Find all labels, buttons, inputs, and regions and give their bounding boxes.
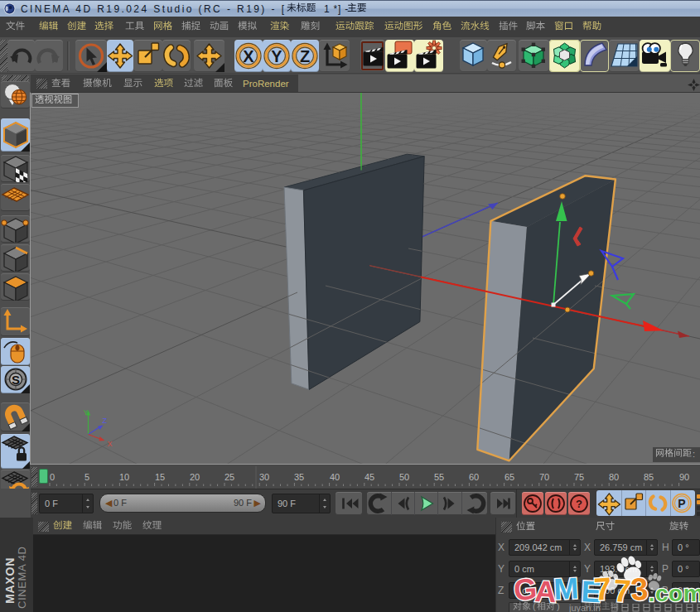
svg-text:com: com: [655, 581, 700, 606]
svg-text:25: 25: [224, 472, 234, 482]
svg-text:X: X: [108, 440, 113, 448]
svg-text:Z: Z: [103, 417, 108, 425]
svg-text:20: 20: [190, 472, 200, 482]
svg-text:?: ?: [576, 498, 582, 510]
svg-text:75: 75: [574, 472, 584, 482]
svg-text:S: S: [12, 373, 20, 387]
svg-text:CINEMA 4D: CINEMA 4D: [16, 547, 28, 609]
svg-text:55: 55: [434, 472, 444, 482]
svg-text:Z: Z: [299, 47, 309, 65]
svg-text:60: 60: [469, 472, 479, 482]
svg-text:85: 85: [644, 472, 654, 482]
svg-text:30: 30: [259, 472, 269, 482]
svg-text:0: 0: [50, 472, 55, 482]
svg-text:7: 7: [613, 573, 632, 609]
svg-text:35: 35: [294, 472, 304, 482]
svg-text:50: 50: [399, 472, 409, 482]
svg-text:45: 45: [364, 472, 374, 482]
svg-text:70: 70: [539, 472, 549, 482]
svg-text:MAXON: MAXON: [3, 557, 17, 604]
svg-text:90: 90: [679, 472, 689, 482]
svg-text:P: P: [678, 497, 685, 510]
svg-text:65: 65: [504, 472, 514, 482]
svg-text:M: M: [553, 571, 579, 606]
svg-text:X: X: [243, 47, 254, 65]
svg-text:Y: Y: [271, 47, 282, 65]
svg-text:5: 5: [84, 472, 89, 482]
svg-text:15: 15: [155, 472, 165, 482]
svg-text:.: .: [649, 581, 654, 606]
svg-text:Y: Y: [84, 408, 89, 417]
svg-text:80: 80: [609, 472, 619, 482]
svg-text:40: 40: [330, 472, 340, 482]
svg-text:3: 3: [630, 571, 649, 607]
svg-text:7: 7: [593, 571, 613, 607]
svg-text:10: 10: [119, 472, 129, 482]
